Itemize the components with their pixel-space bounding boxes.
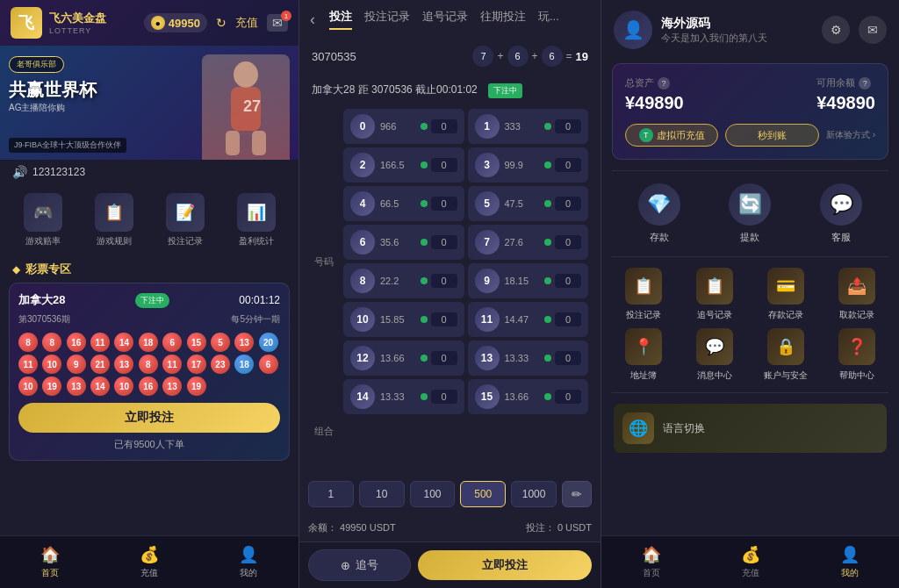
bet-option-4[interactable]: 4 66.5 0 xyxy=(343,186,464,221)
quick-amount-1[interactable]: 1 xyxy=(308,481,354,507)
lottery-ball-4: 14 xyxy=(114,333,133,352)
quick-charge-button[interactable]: 秒到账 xyxy=(725,124,818,147)
charge-button[interactable]: 充值 xyxy=(235,15,258,31)
option-right-14: 0 xyxy=(421,390,457,404)
menu-deposit-records[interactable]: 💳 存款记录 xyxy=(754,268,818,321)
r-footer-home[interactable]: 🏠 首页 xyxy=(642,545,661,579)
edit-amount-button[interactable]: ✏ xyxy=(562,481,592,507)
bet-option-0[interactable]: 0 966 0 xyxy=(343,109,464,144)
r-footer-mine[interactable]: 👤 我的 xyxy=(840,545,859,579)
countdown-bar: 加拿大28 距 3070536 截止00:01:02 下注中 xyxy=(299,74,601,105)
option-right-1: 0 xyxy=(544,119,581,133)
bet-option-8[interactable]: 8 22.2 0 xyxy=(343,263,464,298)
quick-amount-1000[interactable]: 1000 xyxy=(511,481,557,507)
menu-security[interactable]: 🔒 账户与安全 xyxy=(754,328,818,382)
withdraw-button[interactable]: 🔄 提款 xyxy=(729,183,771,244)
back-button[interactable]: ‹ xyxy=(310,11,315,29)
option-odds-3: 99.9 xyxy=(505,160,523,170)
lang-switch-button[interactable]: 🌐 语言切换 xyxy=(614,404,887,453)
lottery-ball-27: 16 xyxy=(139,376,158,396)
menu-address[interactable]: 📍 地址簿 xyxy=(612,328,676,382)
balance-value: 49950 USDT xyxy=(340,522,396,533)
message-button[interactable]: ✉ 1 xyxy=(267,14,288,32)
chase-button[interactable]: ⊕ 追号 xyxy=(308,549,411,581)
bet-submit-button[interactable]: 立即投注 xyxy=(418,550,592,580)
menu-withdraw-records-label: 取款记录 xyxy=(839,309,874,321)
tab-history[interactable]: 往期投注 xyxy=(480,9,526,30)
footer-home[interactable]: 🏠 首页 xyxy=(40,545,60,579)
lang-icon: 🌐 xyxy=(622,412,654,444)
bet-option-11[interactable]: 11 14.47 0 xyxy=(468,302,589,337)
nav-item-stats[interactable]: 📊 盈利统计 xyxy=(237,193,276,247)
tab-chase-records[interactable]: 追号记录 xyxy=(422,9,468,30)
menu-help[interactable]: ❓ 帮助中心 xyxy=(824,328,888,382)
bet-now-button[interactable]: 立即投注 xyxy=(18,403,280,433)
menu-bet-records-label: 投注记录 xyxy=(626,309,661,321)
bet-option-7[interactable]: 7 27.6 0 xyxy=(468,225,589,260)
lottery-ball-11: 11 xyxy=(18,355,38,374)
avatar: 👤 xyxy=(614,11,652,49)
lottery-ball-29: 19 xyxy=(187,376,206,396)
bet-option-14[interactable]: 14 13.33 0 xyxy=(343,379,464,414)
footer-mine[interactable]: 👤 我的 xyxy=(239,545,258,579)
bet-option-10[interactable]: 10 15.85 0 xyxy=(343,302,464,337)
bet-option-15[interactable]: 15 13.66 0 xyxy=(468,379,589,414)
refresh-button[interactable]: ↻ xyxy=(216,16,227,30)
lottery-numbers: 8816111418615513201110921138111723186101… xyxy=(18,333,280,396)
option-right-10: 0 xyxy=(421,312,457,326)
lottery-ball-25: 14 xyxy=(90,376,110,396)
bet-option-1[interactable]: 1 333 0 xyxy=(468,109,589,144)
nav-item-records[interactable]: 📝 投注记录 xyxy=(166,193,205,247)
option-amount-2: 0 xyxy=(431,158,457,172)
chase-icon: ⊕ xyxy=(341,559,350,572)
option-amount-12: 0 xyxy=(431,351,457,365)
bet-option-2[interactable]: 2 166.5 0 xyxy=(343,147,464,183)
quick-amount-10[interactable]: 10 xyxy=(359,481,405,507)
menu-deposit-records-label: 存款记录 xyxy=(768,309,803,321)
settings-button[interactable]: ⚙ xyxy=(822,16,850,44)
message-right-button[interactable]: ✉ xyxy=(859,16,887,44)
deposit-button[interactable]: 💎 存款 xyxy=(638,183,680,244)
bet-option-13[interactable]: 13 13.33 0 xyxy=(468,341,589,376)
question-icon-available[interactable]: ? xyxy=(859,77,871,90)
nav-item-odds[interactable]: 🎮 游戏赔率 xyxy=(24,193,62,247)
option-amount-8: 0 xyxy=(431,274,457,288)
question-icon-total[interactable]: ? xyxy=(658,77,670,90)
new-way-button[interactable]: 新体验方式 › xyxy=(826,124,875,147)
countdown-text: 加拿大28 距 3070536 截止00:01:02 xyxy=(312,83,478,96)
menu-withdraw-records[interactable]: 📤 取款记录 xyxy=(824,268,888,321)
live-badge: 下注中 xyxy=(488,83,522,98)
bet-option-6[interactable]: 6 35.6 0 xyxy=(343,225,464,260)
bet-option-12[interactable]: 12 13.66 0 xyxy=(343,341,464,376)
right-header: 👤 海外源码 今天是加入我们的第八天 ⚙ ✉ xyxy=(601,0,899,60)
option-left-5: 5 47.5 xyxy=(475,191,523,216)
available-label: 可用余额 ? xyxy=(816,76,875,90)
tab-more[interactable]: 玩... xyxy=(538,9,559,30)
tab-bet-records[interactable]: 投注记录 xyxy=(364,9,410,30)
chase-records-icon: 📋 xyxy=(696,268,733,305)
bet-option-9[interactable]: 9 18.15 0 xyxy=(468,263,589,298)
lottery-section-title: ◆ 彩票专区 xyxy=(0,256,298,283)
quick-amount-100[interactable]: 100 xyxy=(410,481,456,507)
total-assets-label: 总资产 ? xyxy=(625,76,684,90)
mid-tabs: 投注 投注记录 追号记录 往期投注 玩... xyxy=(329,9,559,30)
banner-badge: J9·FIBA全球十大顶级合作伙伴 xyxy=(9,138,126,153)
option-left-3: 3 99.9 xyxy=(475,153,523,177)
virtual-charge-button[interactable]: T 虚拟币充值 xyxy=(625,124,718,147)
menu-messages[interactable]: 💬 消息中心 xyxy=(683,328,747,382)
service-button[interactable]: 💬 客服 xyxy=(820,183,862,244)
right-footer: 🏠 首页 💰 充值 👤 我的 xyxy=(601,535,899,588)
bet-option-3[interactable]: 3 99.9 0 xyxy=(468,147,589,183)
menu-bet-records[interactable]: 📋 投注记录 xyxy=(612,268,676,321)
bet-option-5[interactable]: 5 47.5 0 xyxy=(468,186,589,221)
tether-icon: T xyxy=(639,128,653,142)
section-title-text: 彩票专区 xyxy=(25,262,71,277)
footer-charge[interactable]: 💰 充值 xyxy=(140,545,159,579)
menu-chase-records[interactable]: 📋 追号记录 xyxy=(683,268,747,321)
tab-bet[interactable]: 投注 xyxy=(329,9,352,30)
bet-content: 号码 0 966 0 1 333 0 2 166.5 xyxy=(299,105,601,474)
service-label: 客服 xyxy=(831,231,851,244)
nav-item-rules[interactable]: 📋 游戏规则 xyxy=(95,193,133,247)
quick-amount-500[interactable]: 500 xyxy=(460,481,506,507)
r-footer-charge[interactable]: 💰 充值 xyxy=(741,545,760,579)
